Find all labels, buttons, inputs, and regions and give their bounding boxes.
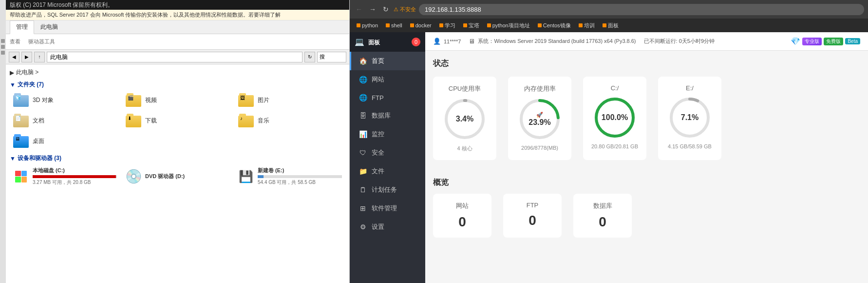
overview-database-value: 0 xyxy=(599,214,606,230)
folder-desktop-icon: 🖥 xyxy=(13,134,29,148)
drive-e-bar xyxy=(258,175,342,178)
folder-pictures[interactable]: 🖼 图片 xyxy=(235,91,345,109)
drives-grid: 本地磁盘 (C:) 3.27 MB 可用，共 20.8 GB 💿 DVD 驱动器… xyxy=(10,164,345,188)
memory-rocket-icon: 🚀 xyxy=(528,112,550,118)
drive-e[interactable]: 💾 新建卷 (E:) 54.4 GB 可用，共 58.5 GB xyxy=(235,164,345,188)
memory-pct: 23.9% xyxy=(528,118,550,127)
nav-settings-label: 设置 xyxy=(372,222,384,231)
folder-videos[interactable]: 🎬 视频 xyxy=(122,91,233,109)
bookmark-baota[interactable]: 宝塔 xyxy=(460,21,482,30)
nav-tasks[interactable]: 🗒 计划任务 xyxy=(350,181,425,199)
tab-manage[interactable]: 管理 xyxy=(10,20,34,34)
folders-grid: 🧊 3D 对象 🎬 视频 xyxy=(10,91,345,150)
drive-e-name: 新建卷 (E:) xyxy=(258,167,342,174)
sidebar-pin xyxy=(1,51,5,55)
main-content: 👤 11****7 🖥 系统：Windows Server 2019 Stand… xyxy=(425,32,868,283)
bookmark-shell-icon xyxy=(386,23,390,27)
url-bar[interactable]: 192.168.1.135:8888 xyxy=(419,4,864,15)
security-icon: 🛡 xyxy=(359,149,367,157)
beta-badge: Beta xyxy=(845,38,860,44)
nav-home[interactable]: 🏠 首页 xyxy=(350,52,425,70)
breadcrumb-text: 此电脑 > xyxy=(16,68,38,77)
drive-e-size: 54.4 GB 可用，共 58.5 GB xyxy=(258,179,342,186)
home-icon: 🏠 xyxy=(359,57,367,65)
bookmark-python-addr[interactable]: python项目地址 xyxy=(484,21,533,30)
refresh-nav-button[interactable]: ↻ xyxy=(304,52,315,62)
nav-website[interactable]: 🌐 网站 xyxy=(350,70,425,89)
ftp-icon: 🌐 xyxy=(359,94,367,101)
drive-c-name: 本地磁盘 (C:) xyxy=(33,167,117,174)
address-input[interactable]: 此电脑 xyxy=(47,52,302,62)
bookmark-study-label: 学习 xyxy=(445,22,455,29)
tasks-icon: 🗒 xyxy=(359,186,367,194)
pro-badge: 专业版 xyxy=(802,38,822,45)
nav-ftp[interactable]: 🌐 FTP xyxy=(350,89,425,106)
nav-security[interactable]: 🛡 安全 xyxy=(350,143,425,162)
status-section: 状态 CPU使用率 3.4% 4 核心 xyxy=(425,51,868,178)
ribbon-tab-view[interactable]: 查看 xyxy=(10,38,20,45)
tab-computer[interactable]: 此电脑 xyxy=(34,20,64,34)
sidebar-pin xyxy=(1,39,5,43)
server-info-bar: 👤 11****7 🖥 系统：Windows Server 2019 Stand… xyxy=(425,32,868,51)
folder-3d-label: 3D 对象 xyxy=(33,96,54,104)
drive-d[interactable]: 💿 DVD 驱动器 (D:) xyxy=(122,164,233,188)
up-button[interactable]: ↑ xyxy=(34,52,45,62)
bookmark-panel-icon xyxy=(603,23,606,27)
nav-files[interactable]: 📁 文件 xyxy=(350,162,425,181)
disk-c-gauge: C:/ 100.0% 20.80 GB/20.81 GB xyxy=(583,77,646,160)
folder-dl-label: 下载 xyxy=(145,117,157,125)
bookmark-shell[interactable]: shell xyxy=(383,21,405,29)
bookmark-study[interactable]: 学习 xyxy=(436,21,458,30)
nav-monitor-label: 监控 xyxy=(372,130,384,139)
bookmark-training-icon xyxy=(579,23,583,27)
explorer-content: ▶ 此电脑 > ▼ 文件夹 (7) 🧊 3D 对象 xyxy=(6,64,349,283)
browser-forward[interactable]: → xyxy=(367,4,378,14)
bookmark-panel[interactable]: 面板 xyxy=(600,21,622,30)
bookmark-centos[interactable]: Centos镜像 xyxy=(535,21,574,30)
drive-c[interactable]: 本地磁盘 (C:) 3.27 MB 可用，共 20.8 GB xyxy=(10,164,120,188)
bookmark-python-icon xyxy=(357,23,360,27)
nav-settings[interactable]: ⚙ 设置 xyxy=(350,218,425,236)
nav-database-label: 数据库 xyxy=(372,111,391,120)
address-text: 此电脑 xyxy=(50,54,68,61)
folder-documents[interactable]: 📄 文档 xyxy=(10,111,120,130)
ribbon-tab-drive[interactable]: 驱动器工具 xyxy=(28,38,55,45)
drive-e-info: 新建卷 (E:) 54.4 GB 可用，共 58.5 GB xyxy=(258,167,342,186)
browser-refresh[interactable]: ↻ xyxy=(381,4,391,14)
bookmark-python[interactable]: python xyxy=(354,21,381,29)
folder-music[interactable]: ♪ 音乐 xyxy=(235,111,345,130)
drive-c-info: 本地磁盘 (C:) 3.27 MB 可用，共 20.8 GB xyxy=(33,167,117,186)
disk-e-gauge: E:/ 7.1% 4.15 GB/58.59 GB xyxy=(658,77,721,160)
nav-monitor[interactable]: 📊 监控 xyxy=(350,125,425,143)
nav-website-label: 网站 xyxy=(372,75,384,84)
drive-c-icon xyxy=(13,169,29,184)
nav-database[interactable]: 🗄 数据库 xyxy=(350,106,425,125)
nav-software[interactable]: ⊞ 软件管理 xyxy=(350,199,425,218)
folder-downloads[interactable]: ⬇ 下载 xyxy=(122,111,233,130)
browser-panel: ← → ↻ ⚠ 不安全 192.168.1.135:8888 python sh… xyxy=(350,0,868,283)
folder-desktop[interactable]: 🖥 桌面 xyxy=(10,132,120,150)
browser-back[interactable]: ← xyxy=(354,4,364,14)
overview-website: 网站 0 xyxy=(433,194,491,238)
uptime-info: 已不间断运行: 0天5小时9分钟 xyxy=(644,38,715,45)
breadcrumb: ▶ 此电脑 > xyxy=(10,68,345,77)
forward-button[interactable]: ▶ xyxy=(21,52,32,62)
overview-website-label: 网站 xyxy=(456,202,469,210)
memory-value: 🚀 23.9% xyxy=(528,112,550,127)
security-warning: ⚠ 不安全 xyxy=(394,6,416,13)
bookmark-docker[interactable]: docker xyxy=(407,21,434,29)
cpu-circle: 3.4% xyxy=(443,97,487,141)
nav-badge[interactable]: 0 xyxy=(412,38,420,46)
disk-e-value: 7.1% xyxy=(681,113,698,122)
nav-header: 💻 面板 0 xyxy=(350,32,425,52)
nav-home-label: 首页 xyxy=(372,57,384,65)
drive-d-name: DVD 驱动器 (D:) xyxy=(145,173,229,180)
folder-3d-objects[interactable]: 🧊 3D 对象 xyxy=(10,91,120,109)
disk-c-circle: 100.0% xyxy=(593,96,637,140)
folder-music-icon: ♪ xyxy=(238,114,254,127)
bookmark-training[interactable]: 培训 xyxy=(576,21,598,30)
search-box[interactable]: 搜 xyxy=(317,52,346,62)
back-button[interactable]: ◀ xyxy=(9,52,19,62)
ribbon-content: 查看 驱动器工具 xyxy=(6,34,349,49)
cpu-gauge: CPU使用率 3.4% 4 核心 xyxy=(433,77,496,160)
